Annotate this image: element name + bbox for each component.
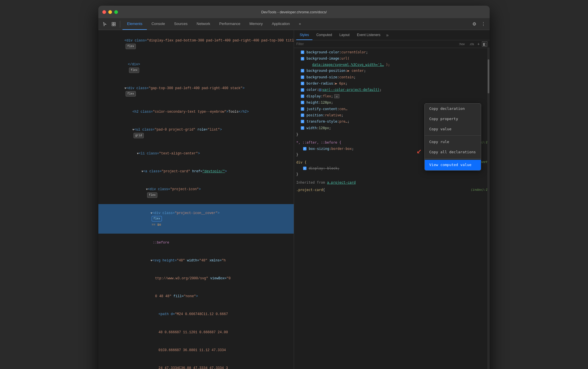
dom-line[interactable]: ▼<ul class="pad-0 project-grid" role="li… xyxy=(98,121,294,145)
tab-sources[interactable]: Sources xyxy=(170,18,192,30)
dom-line: ttp://www.w3.org/2000/svg" viewBox="0 xyxy=(98,270,294,288)
tab-styles[interactable]: Styles xyxy=(296,30,312,40)
css-prop-display[interactable]: display: flex; ⊞ xyxy=(294,93,490,99)
css-prop-border-radius[interactable]: border-radius: ▶ 6px; xyxy=(294,80,490,87)
inherited-label: Inherited from a.project-card xyxy=(294,179,490,186)
arrow-indicator: ↙ xyxy=(416,143,422,158)
flex-icon[interactable]: ⊞ xyxy=(334,94,339,98)
dom-line[interactable]: ▼<div class="gap-top-300 pad-left-400 pa… xyxy=(98,79,294,103)
prop-checkbox[interactable] xyxy=(301,88,304,92)
tab-application[interactable]: Application xyxy=(267,18,295,30)
context-menu-separator-2 xyxy=(425,158,481,159)
prop-checkbox[interactable] xyxy=(303,167,306,170)
dom-line[interactable]: ::before xyxy=(98,234,294,251)
devtools-window: DevTools - developer.chrome.com/docs/ El… xyxy=(98,6,490,369)
prop-checkbox[interactable] xyxy=(301,69,304,72)
window-title: DevTools - developer.chrome.com/docs/ xyxy=(261,10,327,14)
context-menu-copy-declaration[interactable]: Copy declaration xyxy=(425,104,481,114)
styles-tabs-more[interactable]: » xyxy=(384,33,390,38)
toolbar-right: ⚙ ⋮ xyxy=(470,20,487,28)
prop-checkbox[interactable] xyxy=(301,101,304,104)
dom-tree: <div class="display-flex pad-bottom-300 … xyxy=(98,30,294,369)
tab-memory[interactable]: Memory xyxy=(245,18,267,30)
settings-icon[interactable]: ⚙ xyxy=(470,20,478,28)
context-menu-copy-rule[interactable]: Copy rule xyxy=(425,137,481,147)
cls-button[interactable]: .cls xyxy=(468,42,475,46)
dom-line[interactable]: </div> flex xyxy=(98,56,294,79)
svg-rect-3 xyxy=(114,24,115,26)
dom-panel: <div class="display-flex pad-bottom-300 … xyxy=(98,30,294,369)
add-class-icon[interactable]: + xyxy=(477,42,480,46)
toggle-sidebar-icon[interactable]: ◧ xyxy=(482,41,487,47)
traffic-lights xyxy=(102,10,118,14)
svg-rect-0 xyxy=(112,22,113,24)
tab-performance[interactable]: Performance xyxy=(215,18,245,30)
close-button[interactable] xyxy=(102,10,106,14)
prop-checkbox[interactable] xyxy=(301,114,304,117)
dom-line[interactable]: ▼<div class="project-icon"> flex xyxy=(98,181,294,204)
css-prop-background-color[interactable]: background-color: currentColor; xyxy=(294,49,490,55)
background-image-link-line: data:image/svg+xml,%3Csvg_width='1… ); xyxy=(294,62,490,68)
more-options-icon[interactable]: ⋮ xyxy=(479,20,487,28)
css-prop-background-size[interactable]: background-size: contain; xyxy=(294,74,490,80)
css-prop-background-image[interactable]: background-image: url( xyxy=(294,55,490,62)
context-menu-view-computed[interactable]: View computed value xyxy=(425,160,481,170)
prop-checkbox[interactable] xyxy=(301,57,304,60)
maximize-button[interactable] xyxy=(114,10,118,14)
prop-checkbox[interactable] xyxy=(301,107,304,111)
prop-checkbox[interactable] xyxy=(301,76,304,79)
svg-rect-2 xyxy=(112,24,113,26)
prop-checkbox[interactable] xyxy=(301,126,304,130)
scrollbar-thumb[interactable] xyxy=(488,59,489,93)
hov-button[interactable]: :hov xyxy=(458,42,466,46)
main-toolbar: Elements Console Sources Network Perform… xyxy=(98,18,490,30)
filter-input[interactable] xyxy=(296,42,456,46)
dom-line: 24 47.3334C36.88 47.3334 47.3334 3 xyxy=(98,359,294,369)
dom-line: 01C0.666687 36.8801 11.12 47.3334 xyxy=(98,341,294,359)
prop-checkbox[interactable] xyxy=(301,95,304,98)
cursor-icon[interactable] xyxy=(101,20,109,28)
styles-tabs: Styles Computed Layout Event Listeners » xyxy=(294,30,490,40)
context-menu-separator xyxy=(425,135,481,136)
prop-checkbox[interactable] xyxy=(303,147,306,150)
dom-line[interactable]: ▼<a class="project-card" href="devtools/… xyxy=(98,163,294,181)
filter-bar: :hov .cls + ◧ xyxy=(294,40,490,48)
styles-content: background-color: currentColor; backgrou… xyxy=(294,48,490,369)
tab-event-listeners[interactable]: Event Listeners xyxy=(354,30,384,40)
context-menu-copy-all-declarations[interactable]: Copy all declarations xyxy=(425,147,481,157)
css-prop-background-position[interactable]: background-position: ▶ center; xyxy=(294,68,490,74)
styles-panel: Styles Computed Layout Event Listeners »… xyxy=(294,30,490,369)
dom-line: 48 0.666687 11.1201 0.666687 24.00 xyxy=(98,323,294,341)
prop-checkbox[interactable] xyxy=(301,51,304,54)
context-menu: Copy declaration Copy property Copy valu… xyxy=(424,103,481,171)
dom-line-selected[interactable]: ▼<div class="project-icon__cover"> flex … xyxy=(98,204,294,234)
dom-line[interactable]: <path d="M24 0.666748C11.12 0.6667 xyxy=(98,305,294,323)
tab-more[interactable]: » xyxy=(294,18,305,30)
svg-rect-1 xyxy=(114,22,115,24)
context-menu-copy-value[interactable]: Copy value xyxy=(425,124,481,134)
inherited-selector-link[interactable]: a.project-card xyxy=(327,181,356,184)
dom-line[interactable]: <div class="display-flex pad-bottom-300 … xyxy=(98,32,294,56)
inspect-icon[interactable] xyxy=(110,20,118,28)
scrollbar-area[interactable] xyxy=(487,48,490,369)
dom-line[interactable]: ▼<svg height="48" width="48" xmlns="h xyxy=(98,251,294,269)
rule-close-brace: } xyxy=(296,171,487,177)
tab-layout[interactable]: Layout xyxy=(336,30,353,40)
minimize-button[interactable] xyxy=(108,10,112,14)
context-menu-copy-property[interactable]: Copy property xyxy=(425,114,481,124)
dom-line[interactable]: <h2 class="color-secondary-text type--ey… xyxy=(98,103,294,121)
dom-line: 0 48 48" fill="none"> xyxy=(98,288,294,305)
tab-list: Elements Console Sources Network Perform… xyxy=(122,18,469,30)
tab-network[interactable]: Network xyxy=(192,18,215,30)
tab-console[interactable]: Console xyxy=(147,18,170,30)
tab-computed[interactable]: Computed xyxy=(313,30,335,40)
css-prop-color[interactable]: color: var(--color-project-default); xyxy=(294,87,490,93)
prop-checkbox[interactable] xyxy=(301,120,304,123)
project-card-rule: .project-card { (index):1 xyxy=(294,186,490,193)
tab-elements[interactable]: Elements xyxy=(122,18,147,30)
prop-checkbox[interactable] xyxy=(301,82,304,85)
main-content: <div class="display-flex pad-bottom-300 … xyxy=(98,30,490,369)
dom-line[interactable]: ▼<li class="text-align-center"> xyxy=(98,144,294,162)
color-swatch[interactable] xyxy=(319,89,322,91)
title-bar: DevTools - developer.chrome.com/docs/ xyxy=(98,6,490,18)
